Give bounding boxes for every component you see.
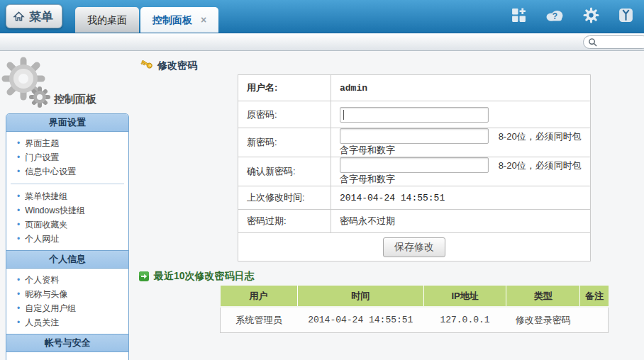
log-section-title: 最近10次修改密码日志 xyxy=(139,270,255,283)
sidebar-item-profile[interactable]: •个人资料 xyxy=(6,273,128,287)
tab-control-panel[interactable]: 控制面板 × xyxy=(140,7,218,33)
bullet-icon: • xyxy=(17,289,20,299)
password-section-title: 修改密码 xyxy=(139,60,197,72)
password-expire-value: 密码永不过期 xyxy=(331,210,591,233)
bullet-icon: • xyxy=(17,275,20,285)
sidebar-item-page-favorites[interactable]: •页面收藏夹 xyxy=(6,218,128,232)
confirm-password-input[interactable] xyxy=(340,157,489,173)
sidebar-panel: 界面设置 •界面主题 •门户设置 •信息中心设置 •菜单快捷组 •Windows… xyxy=(6,113,129,360)
sidebar-item-portal[interactable]: •门户设置 xyxy=(6,150,128,164)
svg-text:?: ? xyxy=(553,11,557,21)
sidebar-title: 控制面板 xyxy=(54,93,96,106)
last-modified-row: 上次修改时间: 2014-04-24 14:55:51 xyxy=(238,186,591,210)
bullet-icon: • xyxy=(17,220,20,230)
menu-button[interactable]: 菜单 xyxy=(6,4,62,28)
log-col-user: 用户 xyxy=(221,286,298,307)
password-section-label: 修改密码 xyxy=(157,60,197,72)
new-password-label: 新密码: xyxy=(238,128,331,157)
key-icon xyxy=(139,60,152,72)
text-caret xyxy=(343,110,344,120)
tab-close-icon[interactable]: × xyxy=(201,15,206,25)
bullet-icon: • xyxy=(17,167,20,176)
tab-label: 我的桌面 xyxy=(87,7,127,33)
log-cell-time: 2014-04-24 14:55:51 xyxy=(297,307,423,333)
old-password-input[interactable] xyxy=(340,107,489,123)
sidebar-item-personal-url[interactable]: •个人网址 xyxy=(6,232,128,246)
sidebar-section-interface: 界面设置 xyxy=(6,114,128,132)
username-value: admin xyxy=(340,83,367,94)
gears-icon xyxy=(1,57,55,113)
bullet-icon: • xyxy=(17,191,20,201)
new-password-row: 新密码: 8-20位，必须同时包含字母和数字 xyxy=(238,128,591,157)
log-col-ip: IP地址 xyxy=(423,286,506,307)
home-icon xyxy=(13,11,25,23)
password-expire-row: 密码过期: 密码永不过期 xyxy=(238,210,591,233)
confirm-password-row: 确认新密码: 8-20位，必须同时包含字母和数字 xyxy=(238,157,591,186)
confirm-password-label: 确认新密码: xyxy=(238,157,331,186)
sidebar-item-custom-group[interactable]: •自定义用户组 xyxy=(6,301,128,315)
username-row: 用户名: admin xyxy=(238,75,591,101)
old-password-row: 原密码: xyxy=(238,101,591,128)
toolbar-strip xyxy=(0,33,644,51)
sidebar-item-theme[interactable]: •界面主题 xyxy=(6,136,128,150)
log-section-label: 最近10次修改密码日志 xyxy=(154,270,255,283)
topbar-icon-row: ? xyxy=(511,0,634,33)
save-row: 保存修改 xyxy=(238,233,591,261)
bullet-icon: • xyxy=(17,317,20,327)
log-data-row: 系统管理员 2014-04-24 14:55:51 127.0.0.1 修改登录… xyxy=(221,307,609,333)
log-cell-user: 系统管理员 xyxy=(221,307,298,333)
password-form-table: 用户名: admin 原密码: 新密码: 8-20位，必须同时包含字母和数字 确… xyxy=(238,74,591,261)
menu-button-label: 菜单 xyxy=(29,9,53,25)
search-box[interactable] xyxy=(583,35,644,49)
sidebar-section-personal: 个人信息 xyxy=(6,250,128,269)
apps-add-icon[interactable] xyxy=(511,7,527,26)
tab-my-desktop[interactable]: 我的桌面 xyxy=(75,7,139,33)
new-password-input[interactable] xyxy=(340,128,489,144)
username-label: 用户名: xyxy=(238,75,331,101)
log-header-row: 用户 时间 IP地址 类型 备注 xyxy=(221,286,609,307)
log-table: 用户 时间 IP地址 类型 备注 系统管理员 2014-04-24 14:55:… xyxy=(220,286,609,333)
log-cell-remark xyxy=(580,307,609,333)
search-input[interactable] xyxy=(600,38,640,47)
sidebar-divider xyxy=(11,184,124,184)
sidebar-section-account-security: 帐号与安全 xyxy=(6,334,128,352)
sidebar-item-windows-shortcut[interactable]: •Windows快捷组 xyxy=(6,203,128,218)
settings-gear-icon[interactable] xyxy=(583,7,599,26)
sidebar-item-menu-shortcut[interactable]: •菜单快捷组 xyxy=(6,189,128,203)
last-modified-label: 上次修改时间: xyxy=(238,186,331,210)
password-expire-label: 密码过期: xyxy=(238,210,331,233)
log-cell-ip: 127.0.0.1 xyxy=(423,307,506,333)
last-modified-value: 2014-04-24 14:55:51 xyxy=(340,193,445,203)
skin-icon[interactable] xyxy=(618,7,634,26)
bullet-icon: • xyxy=(17,234,20,244)
green-arrow-icon xyxy=(139,271,149,281)
topbar: 菜单 我的桌面 控制面板 × xyxy=(0,0,644,33)
log-col-time: 时间 xyxy=(297,286,423,307)
old-password-label: 原密码: xyxy=(238,101,331,128)
bullet-icon: • xyxy=(17,152,20,162)
bullet-icon: • xyxy=(17,303,20,313)
log-col-remark: 备注 xyxy=(580,286,609,307)
tab-bar: 我的桌面 控制面板 × xyxy=(75,7,218,33)
bullet-icon: • xyxy=(17,206,20,215)
save-button[interactable]: 保存修改 xyxy=(383,237,445,257)
sidebar-item-nickname-avatar[interactable]: •昵称与头像 xyxy=(6,287,128,301)
log-col-type: 类型 xyxy=(506,286,580,307)
sidebar-item-infocenter[interactable]: •信息中心设置 xyxy=(6,164,128,179)
help-cloud-icon[interactable]: ? xyxy=(545,8,565,26)
log-cell-type: 修改登录密码 xyxy=(506,307,580,333)
sidebar-item-follow[interactable]: •人员关注 xyxy=(6,315,128,330)
tab-label: 控制面板 xyxy=(152,7,192,33)
bullet-icon: • xyxy=(17,138,20,148)
search-icon xyxy=(588,38,597,47)
